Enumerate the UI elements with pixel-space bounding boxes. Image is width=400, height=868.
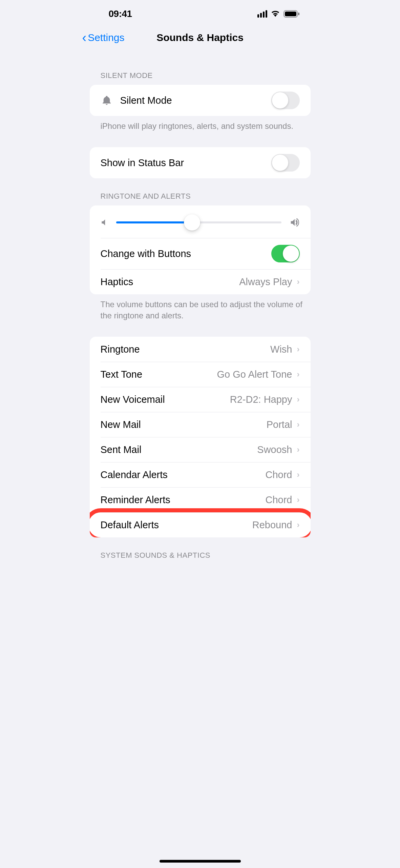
sound-label: New Voicemail (101, 394, 230, 405)
sound-row-reminder-alerts[interactable]: Reminder AlertsChord› (90, 487, 311, 512)
show-status-bar-row[interactable]: Show in Status Bar (90, 147, 311, 178)
sound-label: Calendar Alerts (101, 469, 266, 480)
sound-label: Default Alerts (101, 519, 252, 531)
silent-mode-toggle[interactable] (271, 92, 300, 109)
svg-rect-1 (285, 12, 296, 16)
volume-slider[interactable] (116, 221, 281, 223)
section-header-silent-mode: Silent Mode (78, 51, 323, 85)
chevron-right-icon: › (297, 370, 300, 379)
page-title: Sounds & Haptics (156, 32, 244, 43)
status-icons (257, 9, 312, 18)
sound-label: Text Tone (101, 369, 217, 380)
chevron-right-icon: › (297, 277, 300, 287)
sound-row-new-mail[interactable]: New MailPortal› (90, 412, 311, 437)
sound-row-text-tone[interactable]: Text ToneGo Go Alert Tone› (90, 362, 311, 387)
sound-row-sent-mail[interactable]: Sent MailSwoosh› (90, 437, 311, 462)
wifi-icon (271, 9, 280, 18)
show-status-bar-label: Show in Status Bar (101, 157, 271, 169)
sound-value: Chord (266, 469, 292, 480)
chevron-right-icon: › (297, 420, 300, 429)
silent-mode-label: Silent Mode (120, 95, 271, 106)
sound-row-new-voicemail[interactable]: New VoicemailR2-D2: Happy› (90, 387, 311, 412)
sound-value: Go Go Alert Tone (217, 369, 292, 380)
volume-high-icon (290, 218, 300, 227)
back-button[interactable]: ‹ Settings (82, 31, 125, 44)
haptics-value: Always Play (239, 276, 292, 288)
sound-label: Reminder Alerts (101, 494, 266, 506)
section-header-system-sounds: System Sounds & Haptics (78, 537, 323, 565)
silent-mode-row[interactable]: Silent Mode (90, 85, 311, 116)
chevron-right-icon: › (297, 495, 300, 505)
haptics-label: Haptics (101, 276, 239, 288)
chevron-right-icon: › (297, 445, 300, 454)
chevron-right-icon: › (297, 395, 300, 404)
status-bar: 09:41 (78, 0, 323, 28)
back-label: Settings (88, 32, 124, 43)
sound-row-calendar-alerts[interactable]: Calendar AlertsChord› (90, 462, 311, 487)
show-status-bar-toggle[interactable] (271, 154, 300, 172)
change-with-buttons-label: Change with Buttons (101, 248, 271, 259)
chevron-left-icon: ‹ (82, 31, 87, 44)
change-with-buttons-toggle[interactable] (271, 245, 300, 262)
ringtone-alerts-card: Change with Buttons Haptics Always Play … (90, 205, 311, 294)
status-bar-card: Show in Status Bar (90, 147, 311, 178)
sound-label: Ringtone (101, 344, 271, 355)
sound-row-ringtone[interactable]: RingtoneWish› (90, 337, 311, 362)
ringtone-alerts-footer: The volume buttons can be used to adjust… (78, 294, 323, 321)
haptics-row[interactable]: Haptics Always Play › (90, 269, 311, 294)
sound-value: Wish (270, 344, 292, 355)
silent-mode-footer: iPhone will play ringtones, alerts, and … (78, 116, 323, 132)
sound-label: Sent Mail (101, 444, 257, 455)
silent-mode-card: Silent Mode (90, 85, 311, 116)
nav-header: ‹ Settings Sounds & Haptics (78, 28, 323, 51)
sound-value: Rebound (252, 519, 292, 531)
status-time: 09:41 (109, 8, 132, 19)
sound-label: New Mail (101, 419, 267, 430)
sound-value: Swoosh (257, 444, 292, 455)
volume-slider-row (90, 205, 311, 238)
sounds-card: RingtoneWish›Text ToneGo Go Alert Tone›N… (90, 337, 311, 537)
bell-icon (101, 94, 113, 106)
sound-value: Chord (266, 494, 292, 506)
volume-low-icon (101, 219, 108, 226)
chevron-right-icon: › (297, 520, 300, 530)
chevron-right-icon: › (297, 470, 300, 479)
chevron-right-icon: › (297, 344, 300, 354)
sound-value: R2-D2: Happy (230, 394, 292, 405)
section-header-ringtone-alerts: Ringtone and Alerts (78, 178, 323, 205)
change-with-buttons-row[interactable]: Change with Buttons (90, 238, 311, 269)
sound-value: Portal (267, 419, 292, 430)
battery-icon (283, 10, 300, 18)
sound-row-default-alerts[interactable]: Default AlertsRebound› (90, 512, 311, 537)
cellular-icon (257, 10, 267, 18)
svg-rect-2 (298, 13, 299, 15)
